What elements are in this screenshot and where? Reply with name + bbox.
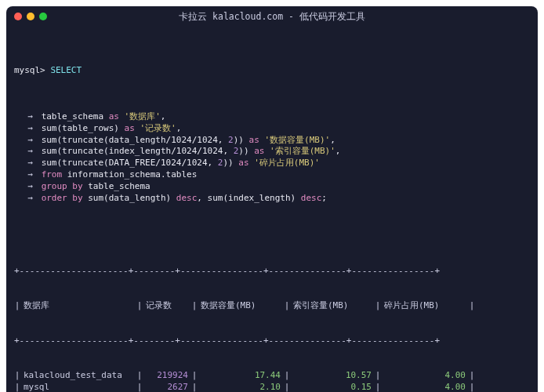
cell-rows: 219924: [143, 370, 191, 382]
sql-line-cont: → sum(truncate(DATA_FREE/1024/1024, 2)) …: [14, 158, 530, 169]
title-bar: 卡拉云 kalacloud.com - 低代码开发工具: [6, 6, 538, 27]
sql-line-cont: → sum(truncate(index_length/1024/1024, 2…: [14, 146, 530, 158]
arrow-icon: →: [14, 193, 36, 205]
table-border-top: +---------------------+--------+--------…: [14, 266, 530, 278]
arrow-icon: →: [14, 123, 36, 135]
cell-data: 2.10: [198, 382, 284, 392]
sql-line-cont: → order by sum(data_length) desc, sum(in…: [14, 193, 530, 205]
sql-line-cont: → sum(table_rows) as '记录数',: [14, 123, 530, 135]
cell-db: kalacloud_test_data: [20, 370, 136, 382]
sql-line-cont: → table_schema as '数据库',: [14, 111, 530, 123]
sql-line-cont: → from information_schema.tables: [14, 169, 530, 181]
cell-frag: 4.00: [381, 382, 469, 392]
mysql-prompt: mysql>: [14, 65, 45, 75]
terminal-body[interactable]: mysql> SELECT → table_schema as '数据库',→ …: [6, 27, 538, 392]
terminal-window: 卡拉云 kalacloud.com - 低代码开发工具 mysql> SELEC…: [6, 6, 538, 392]
header-data: 数据容量(MB): [198, 300, 284, 312]
arrow-icon: →: [14, 135, 36, 147]
table-row: |mysql|2627|2.10|0.15|4.00|: [14, 382, 530, 392]
result-table: +---------------------+--------+--------…: [14, 242, 530, 392]
cell-index: 0.15: [290, 382, 375, 392]
cell-rows: 2627: [143, 382, 191, 392]
header-db: 数据库: [20, 300, 136, 312]
arrow-icon: →: [14, 169, 36, 181]
header-frag: 碎片占用(MB): [381, 300, 469, 312]
header-rows: 记录数: [143, 300, 191, 312]
header-index: 索引容量(MB): [290, 300, 375, 312]
arrow-icon: →: [14, 111, 36, 123]
arrow-icon: →: [14, 181, 36, 193]
arrow-icon: →: [14, 158, 36, 169]
sql-line-cont: → sum(truncate(data_length/1024/1024, 2)…: [14, 135, 530, 147]
table-row: |kalacloud_test_data|219924|17.44|10.57|…: [14, 370, 530, 382]
table-header-row: |数据库 |记录数 |数据容量(MB) |索引容量(MB) |碎片占用(MB) …: [14, 300, 530, 312]
sql-line-1: mysql> SELECT: [14, 65, 530, 77]
cell-data: 17.44: [198, 370, 284, 382]
sql-line-cont: → group by table_schema: [14, 181, 530, 193]
window-title: 卡拉云 kalacloud.com - 低代码开发工具: [6, 11, 538, 23]
cell-db: mysql: [20, 382, 136, 392]
arrow-icon: →: [14, 146, 36, 158]
table-border-mid: +---------------------+--------+--------…: [14, 336, 530, 347]
cell-index: 10.57: [290, 370, 375, 382]
select-keyword: SELECT: [50, 65, 82, 75]
cell-frag: 4.00: [381, 370, 469, 382]
